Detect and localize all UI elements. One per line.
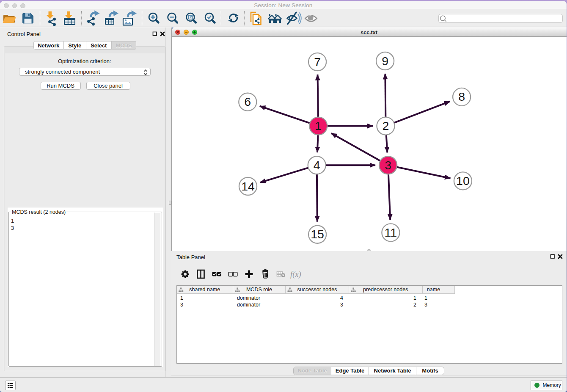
svg-text:3: 3 xyxy=(385,158,391,171)
svg-text:1: 1 xyxy=(315,119,322,133)
svg-text:11: 11 xyxy=(384,225,397,239)
svg-text:2: 2 xyxy=(382,119,389,133)
svg-text:7: 7 xyxy=(314,55,321,68)
svg-text:14: 14 xyxy=(241,179,255,193)
svg-text:6: 6 xyxy=(244,95,251,108)
svg-text:f(x): f(x) xyxy=(290,270,301,279)
svg-text:10: 10 xyxy=(456,174,470,187)
svg-text:15: 15 xyxy=(311,227,324,241)
svg-text:9: 9 xyxy=(382,54,388,67)
svg-text:4: 4 xyxy=(313,158,320,171)
svg-text:8: 8 xyxy=(458,90,465,103)
